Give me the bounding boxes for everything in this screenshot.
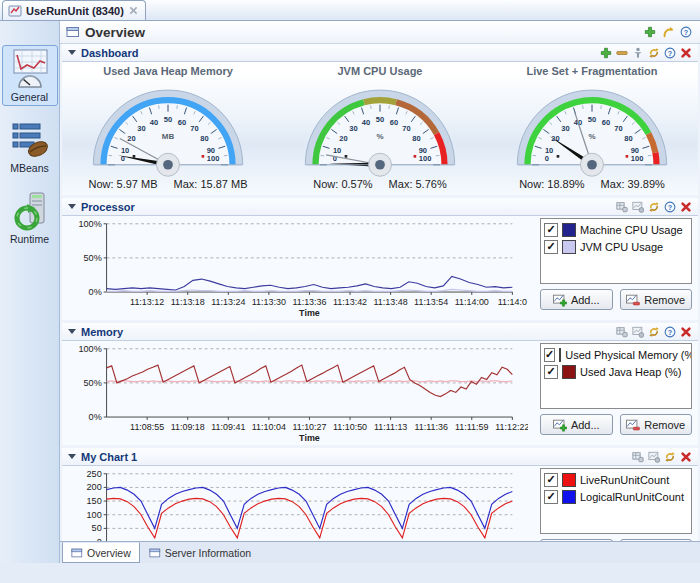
svg-text:10: 10 [545,146,553,155]
gauge-jvm-cpu: JVM CPU Usage 0102030405060708090100% No… [274,62,486,195]
mbeans-icon [10,120,50,160]
add-attribute-button[interactable]: Add... [540,414,613,435]
legend-color-swatch [562,365,576,379]
chart-person-icon[interactable] [648,451,660,463]
svg-text:100: 100 [207,154,220,163]
svg-text:20: 20 [339,134,347,143]
legend-item[interactable]: ✓Used Physical Memory (%) [544,346,688,363]
section-title: Memory [81,326,611,338]
legend-item[interactable]: ✓Used Java Heap (%) [544,363,688,380]
svg-text:30: 30 [561,124,569,133]
gauge-dial: 0102030405060708090100MB [77,79,259,178]
add-attribute-button[interactable]: Add... [540,289,613,310]
chart-person-icon[interactable] [632,326,644,338]
help-icon[interactable] [680,26,692,38]
legend-color-swatch [559,348,561,362]
help-icon[interactable] [664,201,676,213]
delete-icon[interactable] [680,326,692,338]
app-window: ? UseRunUnit (8340) General MBeans [0,0,700,583]
remove-attribute-button[interactable]: Remove [620,414,693,435]
editor-tab[interactable]: UseRunUnit (8340) [2,0,146,20]
svg-text:11:10:50: 11:10:50 [333,422,367,432]
legend-item[interactable]: ✓LiveRunUnitCount [544,471,688,488]
svg-text:40: 40 [362,118,370,127]
help-icon[interactable] [664,326,676,338]
svg-text:Time: Time [299,433,320,443]
checkbox-icon[interactable]: ✓ [544,365,558,379]
remove-attribute-button[interactable]: Remove [620,289,693,310]
sidebar-item-general[interactable]: General [2,45,58,106]
bottom-tabbar: Overview Server Information [60,541,700,563]
section-title: My Chart 1 [81,451,627,463]
collapse-triangle-icon[interactable] [68,50,76,55]
svg-text:0: 0 [333,154,337,163]
chart-remove-icon [626,293,640,307]
gauge-max-value: Max: 15.87 MB [174,178,248,190]
checkbox-icon[interactable]: ✓ [544,223,558,237]
chart-person-icon[interactable] [632,201,644,213]
refresh-icon[interactable] [648,47,660,59]
minus-icon[interactable] [616,47,628,59]
gauge-max-value: Max: 5.76% [389,178,447,190]
delete-icon[interactable] [680,451,692,463]
checkbox-icon[interactable]: ✓ [544,348,555,362]
refresh-icon[interactable] [664,451,676,463]
console-icon [8,4,22,18]
checkbox-icon[interactable]: ✓ [544,240,558,254]
svg-text:40: 40 [150,118,158,127]
accessibility-icon[interactable] [632,47,644,59]
refresh-icon[interactable] [648,326,660,338]
svg-text:100: 100 [87,510,102,520]
legend-item[interactable]: ✓LogicalRunUnitCount [544,488,688,505]
svg-text:11:13:18: 11:13:18 [171,297,205,307]
table-lock-icon[interactable] [616,326,628,338]
svg-text:11:10:27: 11:10:27 [292,422,326,432]
my-chart-1-section: My Chart 1 05010015020025011:13:1211:13:… [62,448,698,541]
svg-text:60: 60 [602,118,610,127]
svg-text:100: 100 [631,154,644,163]
svg-text:200: 200 [87,482,102,492]
curved-arrow-icon[interactable] [662,26,674,38]
svg-text:11:09:18: 11:09:18 [171,422,205,432]
legend-color-swatch [562,473,576,487]
svg-text:11:13:48: 11:13:48 [374,297,408,307]
sidebar-item-mbeans[interactable]: MBeans [2,116,58,177]
chart-add-icon [553,418,567,432]
gauge-title: Live Set + Fragmentation [526,65,657,79]
gauge-live-set: Live Set + Fragmentation 010203040506070… [486,62,698,195]
delete-icon[interactable] [680,47,692,59]
sidebar-item-runtime[interactable]: Runtime [2,187,58,248]
svg-text:30: 30 [349,124,357,133]
svg-text:80: 80 [624,134,632,143]
add-chart-icon[interactable] [644,26,656,38]
tab-close-icon[interactable] [128,5,139,16]
checkbox-icon[interactable]: ✓ [544,473,558,487]
svg-text:20: 20 [127,134,135,143]
collapse-triangle-icon[interactable] [68,454,76,459]
svg-text:11:13:42: 11:13:42 [333,297,367,307]
table-lock-icon[interactable] [616,201,628,213]
table-lock-icon[interactable] [632,451,644,463]
svg-text:0: 0 [121,154,125,163]
collapse-triangle-icon[interactable] [68,329,76,334]
svg-text:0: 0 [545,154,549,163]
delete-icon[interactable] [680,201,692,213]
svg-text:0%: 0% [89,412,102,422]
help-icon[interactable] [664,47,676,59]
bottom-tab-overview[interactable]: Overview [62,542,140,563]
processor-legend: ✓Machine CPU Usage✓JVM CPU Usage [540,218,692,284]
legend-item[interactable]: ✓Machine CPU Usage [544,221,688,238]
checkbox-icon[interactable]: ✓ [544,490,558,504]
svg-text:11:14:00: 11:14:00 [455,297,489,307]
svg-text:11:11:59: 11:11:59 [455,422,488,432]
svg-text:100%: 100% [78,344,101,354]
svg-text:11:10:04: 11:10:04 [252,422,286,432]
collapse-triangle-icon[interactable] [68,204,76,209]
legend-item[interactable]: ✓JVM CPU Usage [544,238,688,255]
svg-text:30: 30 [137,124,145,133]
svg-text:%: % [376,132,383,141]
refresh-icon[interactable] [648,201,660,213]
bottom-tab-server-information[interactable]: Server Information [140,542,260,563]
add-icon[interactable] [600,47,612,59]
svg-text:50%: 50% [84,253,102,263]
